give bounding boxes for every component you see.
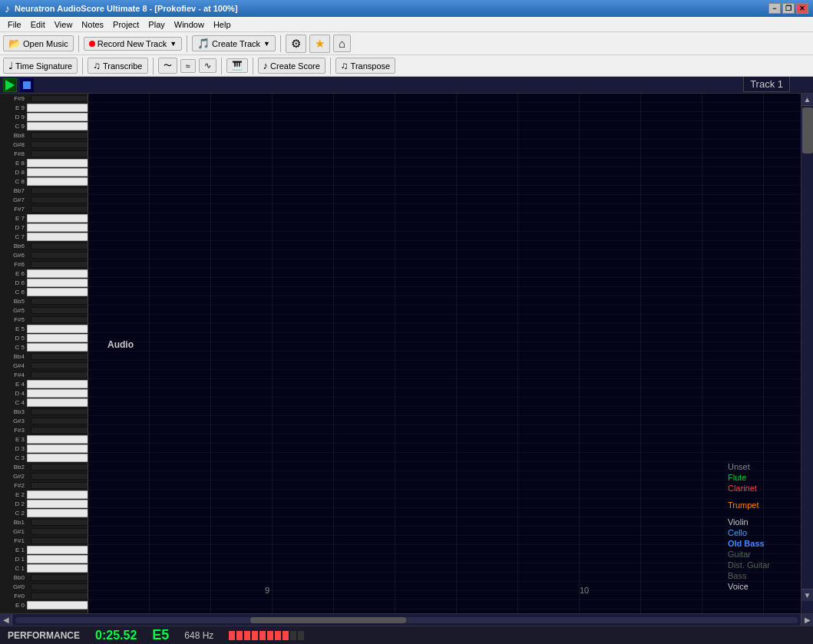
black-key[interactable] <box>31 298 88 305</box>
white-key[interactable] <box>27 233 88 241</box>
white-key[interactable] <box>27 380 88 388</box>
piano-key-F#9[interactable]: F#9 <box>0 94 88 103</box>
white-key[interactable] <box>27 104 88 112</box>
black-key[interactable] <box>31 150 88 157</box>
maximize-button[interactable]: ❐ <box>782 3 795 14</box>
piano-key-G#0[interactable]: G#0 <box>0 582 88 591</box>
transpose-button[interactable]: ♫ Transpose <box>335 58 395 74</box>
black-key[interactable] <box>31 316 88 323</box>
menu-help[interactable]: Help <box>209 18 236 31</box>
piano-key-F#0[interactable]: F#0 <box>0 591 88 600</box>
black-key[interactable] <box>31 197 88 203</box>
piano-key-C9[interactable]: C 9 <box>0 121 88 130</box>
white-key[interactable] <box>27 269 88 278</box>
hscroll-left-arrow[interactable]: ◀ <box>3 616 9 624</box>
white-key[interactable] <box>27 159 88 167</box>
white-key[interactable] <box>27 454 88 462</box>
piano-key-G#8[interactable]: G#8 <box>0 140 88 149</box>
menu-window[interactable]: Window <box>170 18 209 31</box>
piano-key-G#7[interactable]: G#7 <box>0 195 88 204</box>
black-key[interactable] <box>31 408 88 415</box>
piano-key-G#1[interactable]: G#1 <box>0 527 88 536</box>
piano-key-E9[interactable]: E 9 <box>0 103 88 112</box>
white-key[interactable] <box>27 334 88 342</box>
black-key[interactable] <box>31 372 88 378</box>
piano-key-E6[interactable]: E 6 <box>0 269 88 278</box>
piano-key-E0[interactable]: E 0 <box>0 600 88 609</box>
black-key[interactable] <box>31 482 88 489</box>
piano-key-F#4[interactable]: F#4 <box>0 370 88 379</box>
white-key[interactable] <box>27 177 88 186</box>
menu-notes[interactable]: Notes <box>77 18 108 31</box>
white-key[interactable] <box>27 113 88 121</box>
black-key[interactable] <box>31 187 88 194</box>
black-key[interactable] <box>31 307 88 314</box>
piano-key-F#7[interactable]: F#7 <box>0 204 88 213</box>
piano-key-G#6[interactable]: G#6 <box>0 250 88 259</box>
vertical-scrollbar[interactable]: ▲ ▼ <box>801 94 813 613</box>
piano-key-D7[interactable]: D 7 <box>0 223 88 232</box>
minimize-button[interactable]: − <box>768 3 781 14</box>
wave1-button[interactable]: 〜 <box>158 58 177 74</box>
wave3-button[interactable]: ∿ <box>199 58 216 73</box>
white-key[interactable] <box>27 509 88 517</box>
piano-key-D1[interactable]: D 1 <box>0 554 88 563</box>
piano-key-E5[interactable]: E 5 <box>0 324 88 333</box>
white-key[interactable] <box>27 168 88 177</box>
black-key[interactable] <box>31 252 88 259</box>
white-key[interactable] <box>27 435 88 444</box>
white-key[interactable] <box>27 546 88 554</box>
piano-key-Bb2[interactable]: Bb2 <box>0 462 88 471</box>
piano-key-G#4[interactable]: G#4 <box>0 361 88 370</box>
white-key[interactable] <box>27 325 88 333</box>
piano-key-Bb3[interactable]: Bb3 <box>0 407 88 416</box>
black-key[interactable] <box>31 243 88 249</box>
white-key[interactable] <box>27 122 88 130</box>
piano-key-C4[interactable]: C 4 <box>0 398 88 407</box>
piano-key-G#3[interactable]: G#3 <box>0 416 88 425</box>
piano-key-D8[interactable]: D 8 <box>0 167 88 177</box>
piano-key-Bb5[interactable]: Bb5 <box>0 296 88 305</box>
piano-key-D5[interactable]: D 5 <box>0 333 88 342</box>
piano-key-D4[interactable]: D 4 <box>0 388 88 398</box>
white-key[interactable] <box>27 490 88 499</box>
white-key[interactable] <box>27 214 88 223</box>
piano-key-E2[interactable]: E 2 <box>0 490 88 499</box>
piano-key-Bb4[interactable]: Bb4 <box>0 352 88 361</box>
hscroll-thumb[interactable] <box>250 617 407 623</box>
white-key[interactable] <box>27 601 88 609</box>
piano-key-D3[interactable]: D 3 <box>0 444 88 453</box>
hscroll-right-arrow[interactable]: ▶ <box>805 616 811 624</box>
white-key[interactable] <box>27 555 88 563</box>
vscroll-thumb[interactable] <box>802 107 813 154</box>
black-key[interactable] <box>31 353 88 360</box>
vscroll-down-arrow[interactable]: ▼ <box>804 591 811 599</box>
piano-key-Bb6[interactable]: Bb6 <box>0 241 88 250</box>
create-track-button[interactable]: 🎵 Create Track ▼ <box>192 35 276 51</box>
piano-key-Bb8[interactable]: Bb8 <box>0 130 88 140</box>
black-key[interactable] <box>31 132 88 139</box>
open-music-button[interactable]: 📂 Open Music <box>3 35 74 51</box>
piano-key-F#1[interactable]: F#1 <box>0 536 88 545</box>
black-key[interactable] <box>31 519 88 526</box>
piano-key-F#5[interactable]: F#5 <box>0 315 88 324</box>
wave2-button[interactable]: ≈ <box>180 59 196 73</box>
piano-key-C2[interactable]: C 2 <box>0 508 88 517</box>
piano-key-E8[interactable]: E 8 <box>0 158 88 167</box>
horizontal-scrollbar[interactable]: ◀ ▶ <box>0 613 813 626</box>
white-key[interactable] <box>27 500 88 508</box>
star-button[interactable]: ★ <box>309 35 330 53</box>
play-button[interactable] <box>3 78 17 92</box>
piano-key-F#8[interactable]: F#8 <box>0 149 88 158</box>
piano-key-F#3[interactable]: F#3 <box>0 425 88 434</box>
piano-key-G#2[interactable]: G#2 <box>0 471 88 481</box>
piano-key-D6[interactable]: D 6 <box>0 278 88 287</box>
white-key[interactable] <box>27 288 88 296</box>
piano-key-G#5[interactable]: G#5 <box>0 305 88 315</box>
white-key[interactable] <box>27 389 88 398</box>
piano-key-E3[interactable]: E 3 <box>0 434 88 444</box>
piano-key-C1[interactable]: C 1 <box>0 563 88 573</box>
menu-file[interactable]: File <box>3 18 26 31</box>
piano-key-F#2[interactable]: F#2 <box>0 481 88 490</box>
close-button[interactable]: ✕ <box>796 3 808 14</box>
